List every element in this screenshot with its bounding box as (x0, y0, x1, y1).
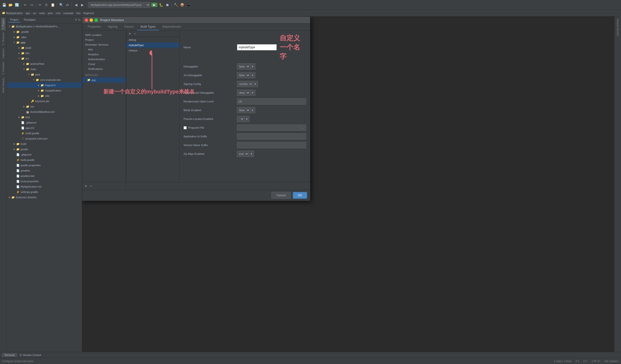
debuggable-select[interactable]: false (237, 63, 250, 70)
sidebar-module-app[interactable]: 📁 app (82, 77, 126, 83)
tree-item-myapplication[interactable]: ▶ 📁 myapplication (7, 88, 82, 93)
sidebar-developer-services[interactable]: Developer Services (82, 42, 126, 47)
tree-collapse-icon[interactable]: ⊟ (78, 18, 80, 21)
open-icon[interactable]: 📂 (8, 2, 13, 8)
sidebar-authentication[interactable]: Authentication (82, 57, 126, 62)
rs-optim-input[interactable] (237, 98, 306, 105)
tab-build-types[interactable]: Build Types (137, 24, 159, 30)
tree-item-res[interactable]: ▶ 📁 res (7, 104, 82, 109)
zip-align-arrow[interactable]: ▼ (249, 151, 254, 157)
zip-align-select[interactable]: true (237, 151, 249, 157)
redo-icon[interactable]: ↪ (29, 2, 34, 8)
minimize-button[interactable] (90, 18, 93, 22)
breadcrumb-src[interactable]: src (33, 12, 36, 15)
tree-item-myapp-iml[interactable]: 📄 MyApplication.iml (7, 184, 82, 189)
undo-icon[interactable]: ↩ (23, 2, 28, 8)
tree-item-local-properties[interactable]: 📄 local.properties (7, 179, 82, 184)
proguard-input[interactable] (237, 124, 299, 131)
tree-item-androidtest[interactable]: ▶ 📁 androidTest (7, 61, 82, 66)
breadcrumb-liun[interactable]: liun (76, 12, 81, 15)
breadcrumb-app[interactable]: app (25, 12, 30, 15)
tree-item-gradle[interactable]: ▶ 📁 .gradle (7, 29, 82, 34)
tab-properties[interactable]: Properties (84, 24, 104, 30)
tree-item-androidmanifest[interactable]: 🤖 AndroidManifest.xml (7, 109, 82, 115)
tree-item-build[interactable]: ▶ 📁 build (7, 45, 82, 50)
breadcrumb-java[interactable]: java (48, 12, 53, 15)
maximize-button[interactable] (94, 18, 98, 22)
sidebar-notifications[interactable]: Notifications (82, 66, 126, 71)
version-control-tab[interactable]: 9: Version Control (17, 353, 43, 357)
jni-debuggable-select[interactable]: false (237, 72, 250, 78)
sync-icon[interactable]: 🔄 (14, 2, 19, 8)
sidebar-analytics[interactable]: Analytics (82, 52, 126, 57)
run-config-dropdown[interactable]: MyApplication.app [assembleMybuildType] (88, 2, 150, 8)
tree-item-root[interactable]: ▼ 📁 MyApplication (~/AndroidStudioPro... (7, 24, 82, 29)
back-icon[interactable]: ◀ (73, 2, 79, 8)
version-name-suffix-input[interactable] (237, 142, 306, 148)
signing-arrow[interactable]: ▼ (253, 81, 258, 87)
app-id-suffix-input[interactable] (237, 133, 306, 140)
add-build-type-button[interactable]: + (128, 32, 131, 36)
paste-icon[interactable]: 📋 (50, 2, 55, 8)
sidebar-ads[interactable]: Ads (82, 47, 126, 52)
build-icon[interactable]: 🔨 (173, 2, 178, 8)
find-icon[interactable]: 🔍 (58, 2, 64, 8)
tree-item-app[interactable]: ▼ 📁 app (7, 40, 82, 45)
proguard-checkbox[interactable] (184, 126, 187, 129)
project-gutter-tab[interactable]: 1: Project (1, 17, 6, 31)
pseudo-arrow[interactable]: ▼ (244, 116, 250, 122)
minify-arrow[interactable]: ▼ (250, 107, 255, 113)
breadcrumb-com[interactable]: com (56, 12, 61, 15)
tab-flavors[interactable]: Flavors (121, 24, 137, 30)
sdk-icon[interactable]: 📦 (179, 2, 185, 8)
breadcrumb-fragment[interactable]: fragment (83, 12, 94, 15)
tree-item-utils[interactable]: ▶ 📁 utils (7, 93, 82, 99)
tree-item-build2[interactable]: ▶ 📁 build (7, 141, 82, 147)
tree-item-idea[interactable]: ▶ 📁 .idea (7, 34, 82, 40)
sidebar-cloud[interactable]: Cloud (82, 62, 126, 66)
minify-select[interactable]: false (237, 107, 250, 113)
build-variants-gutter-tab[interactable]: Build Variants (1, 76, 6, 94)
terminal-tab[interactable]: Terminal (2, 353, 17, 357)
tree-item-gitignore[interactable]: 📄 .gitignore (7, 120, 82, 125)
android-monitor-tab[interactable]: Android Monitor (615, 17, 620, 38)
tree-item-src[interactable]: ▼ 📁 src (7, 56, 82, 61)
tree-item-gradlew-bat[interactable]: 📄 gradlew.bat (7, 173, 82, 179)
tree-item-fragment[interactable]: ▶ 📁 fragment (7, 83, 82, 88)
close-button[interactable] (85, 18, 88, 22)
rs-debug-arrow[interactable]: ▼ (250, 90, 255, 96)
tree-item-test[interactable]: ▶ 📁 test (7, 115, 82, 120)
buildtype-release[interactable]: release (126, 48, 179, 53)
name-input[interactable] (237, 44, 277, 50)
tree-item-root-build-gradle[interactable]: ⚡ build.gradle (7, 157, 82, 163)
jni-arrow[interactable]: ▼ (250, 72, 255, 78)
tree-item-main[interactable]: ▼ 📁 main (7, 66, 82, 72)
tree-item-gradle-properties[interactable]: 📄 gradle.properties (7, 163, 82, 168)
signing-config-select[interactable]: vconfia (237, 81, 253, 87)
ok-button[interactable]: OK (293, 192, 307, 199)
tab-project[interactable]: Project (8, 17, 20, 23)
footer-remove-button[interactable]: − (89, 184, 92, 188)
avd-icon[interactable]: 📱 (186, 2, 191, 8)
forward-icon[interactable]: ▶ (80, 2, 85, 8)
tree-item-external-libraries[interactable]: ▶ 📁 External Libraries (7, 195, 82, 200)
copy-icon[interactable]: ⎘ (44, 2, 49, 8)
tree-item-com-example-liun[interactable]: ▼ 📁 com.example.liun (7, 77, 82, 83)
footer-add-button[interactable]: + (84, 184, 87, 188)
pseudo-locales-select[interactable] (237, 116, 244, 122)
tree-item-gradle2[interactable]: ▶ 📁 gradle (7, 147, 82, 152)
proguard-browse-button[interactable]: ... (299, 124, 306, 131)
tree-item-libs[interactable]: ▶ 📁 libs (7, 50, 82, 56)
breadcrumb-main[interactable]: main (39, 12, 45, 15)
save-icon[interactable]: 💾 (1, 2, 7, 8)
buildtype-debug[interactable]: debug (126, 37, 179, 42)
tree-item-keystore[interactable]: 🔑 keystore.jks (7, 99, 82, 104)
tree-item-app-iml[interactable]: 📄 app.iml (7, 125, 82, 131)
tab-dependencies[interactable]: Dependencies (159, 24, 185, 30)
breadcrumb-myapplication[interactable]: 📁 MyApplication (2, 11, 23, 15)
tree-item-settings-gradle[interactable]: ⚡ settings.gradle (7, 189, 82, 195)
tab-signing[interactable]: Signing (104, 24, 121, 30)
tree-options-icon[interactable]: ⚙ (75, 18, 77, 21)
sidebar-project[interactable]: Project (82, 37, 126, 42)
structure-gutter-tab[interactable]: 2: Structure (1, 31, 6, 47)
